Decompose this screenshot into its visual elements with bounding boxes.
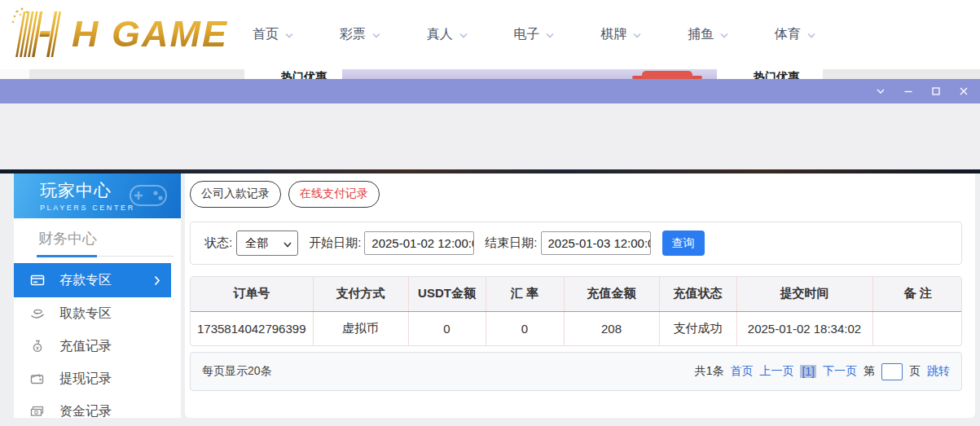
nav-item-lottery[interactable]: 彩票 xyxy=(340,26,381,43)
window-collapse-icon[interactable] xyxy=(875,86,886,97)
chevron-down-icon xyxy=(284,28,294,42)
sidebar-section-title: 财务中心 xyxy=(38,229,181,248)
start-date-input[interactable] xyxy=(364,231,474,255)
cell-remark xyxy=(872,311,962,345)
cell-pay-method: 虚拟币 xyxy=(313,311,408,345)
sidebar-item-label: 取款专区 xyxy=(59,305,112,323)
sidebar-item-withdrawal-records[interactable]: 提现记录 xyxy=(14,362,181,395)
pagination-links: 共1条 首页 上一页 [1] 下一页 第 页 跳转 xyxy=(695,363,950,380)
nav-item-live[interactable]: 真人 xyxy=(427,26,468,43)
jump-label-pre: 第 xyxy=(864,364,875,379)
sidebar-divider xyxy=(37,256,174,257)
window-maximize-icon[interactable] xyxy=(930,86,942,97)
site-header: H GAME 首页 彩票 真人 电子 棋牌 捕鱼 体育 xyxy=(0,0,980,69)
col-recharge-amount: 充值金额 xyxy=(564,277,659,311)
nav-item-fishing[interactable]: 捕鱼 xyxy=(688,26,729,43)
nav-item-home[interactable]: 首页 xyxy=(253,26,294,43)
status-select[interactable]: 全部 xyxy=(236,231,298,256)
nav-label: 棋牌 xyxy=(600,26,626,43)
sidebar-item-withdraw[interactable]: 取款专区 xyxy=(14,297,181,330)
total-count-text: 共1条 xyxy=(695,364,724,379)
tab-online-payment-records[interactable]: 在线支付记录 xyxy=(288,181,380,208)
prev-page-link[interactable]: 上一页 xyxy=(759,364,793,379)
chevron-down-icon xyxy=(632,28,642,42)
sidebar-item-label: 充值记录 xyxy=(59,338,112,355)
sidebar-header: 玩家中心 PLAYERS CENTER xyxy=(14,173,181,218)
logo-striped-h-icon xyxy=(10,7,73,62)
col-pay-method: 支付方式 xyxy=(313,277,408,311)
end-date-label: 结束日期: xyxy=(485,235,537,251)
chevron-right-icon xyxy=(154,274,160,289)
col-recharge-status: 充值状态 xyxy=(659,277,736,311)
col-submit-time: 提交时间 xyxy=(736,277,872,311)
bank-card-icon xyxy=(30,274,45,287)
nav-label: 捕鱼 xyxy=(688,26,714,43)
window-minimize-icon[interactable] xyxy=(903,86,914,97)
jump-action-link[interactable]: 跳转 xyxy=(927,364,950,379)
window-close-icon[interactable] xyxy=(958,86,969,97)
chevron-down-icon xyxy=(545,28,555,42)
sidebar-item-label: 存款专区 xyxy=(59,272,112,289)
sidebar-item-recharge-records[interactable]: 充值记录 xyxy=(14,330,181,362)
peek-banner xyxy=(342,69,717,79)
cell-recharge-amount: 208 xyxy=(564,311,659,345)
filter-bar: 状态: 全部 开始日期: 结束日期: 查询 xyxy=(190,222,962,265)
start-date-label: 开始日期: xyxy=(309,235,361,251)
sidebar-item-label: 提现记录 xyxy=(59,371,112,388)
window-titlebar xyxy=(0,79,980,103)
tab-company-deposit-records[interactable]: 公司入款记录 xyxy=(190,181,281,208)
cell-usdt-amount: 0 xyxy=(408,311,486,345)
background-page-peek: 热门优惠 热门优惠 xyxy=(0,69,980,79)
cell-order-no: 1735814042796399 xyxy=(191,311,313,345)
nav-item-cards[interactable]: 棋牌 xyxy=(600,26,642,43)
nav-label: 体育 xyxy=(775,26,801,43)
main-nav: 首页 彩票 真人 电子 棋牌 捕鱼 体育 xyxy=(253,0,816,69)
records-table: 订单号 支付方式 USDT金额 汇 率 充值金额 充值状态 提交时间 备 注 1… xyxy=(190,276,962,346)
chevron-down-icon xyxy=(806,28,816,42)
table-row: 1735814042796399 虚拟币 0 0 208 支付成功 2025-0… xyxy=(191,311,962,345)
col-usdt-amount: USDT金额 xyxy=(408,277,486,311)
chevron-down-icon xyxy=(719,28,729,42)
col-order-no: 订单号 xyxy=(191,277,313,311)
hand-money-icon xyxy=(30,307,45,320)
nav-item-sports[interactable]: 体育 xyxy=(775,26,816,43)
pagination-bar: 每页显示20条 共1条 首页 上一页 [1] 下一页 第 页 跳转 xyxy=(190,352,962,391)
peek-card xyxy=(0,69,29,79)
cell-rate: 0 xyxy=(486,311,564,345)
query-button[interactable]: 查询 xyxy=(662,231,705,256)
cell-recharge-status: 支付成功 xyxy=(659,311,736,345)
end-date-input[interactable] xyxy=(541,231,651,255)
gamepad-icon xyxy=(127,179,169,215)
status-select-value: 全部 xyxy=(245,236,268,251)
nav-label: 彩票 xyxy=(340,26,366,43)
cell-submit-time: 2025-01-02 18:34:02 xyxy=(736,311,872,345)
chevron-down-icon xyxy=(371,28,381,42)
promo-title: 热门优惠 xyxy=(754,70,799,79)
player-center-sidebar: 玩家中心 PLAYERS CENTER 财务中心 存款专区 xyxy=(14,173,181,418)
nav-label: 首页 xyxy=(253,26,279,43)
nav-item-slots[interactable]: 电子 xyxy=(513,26,555,43)
logo-text: H GAME xyxy=(72,9,228,59)
brand-logo[interactable]: H GAME xyxy=(10,7,228,61)
record-tabs: 公司入款记录 在线支付记录 xyxy=(190,181,380,208)
nav-label: 真人 xyxy=(427,26,453,43)
content-area: 玩家中心 PLAYERS CENTER 财务中心 存款专区 xyxy=(0,173,980,426)
col-rate: 汇 率 xyxy=(486,277,564,311)
sidebar-item-fund-records[interactable]: 资金记录 xyxy=(14,395,181,426)
money-bag-icon xyxy=(30,340,45,353)
promo-title: 热门优惠 xyxy=(281,70,327,79)
page-jump-input[interactable] xyxy=(881,363,903,380)
sidebar-item-deposit[interactable]: 存款专区 xyxy=(14,263,171,297)
table-header-row: 订单号 支付方式 USDT金额 汇 率 充值金额 充值状态 提交时间 备 注 xyxy=(191,277,962,311)
first-page-link[interactable]: 首页 xyxy=(730,364,753,379)
banknote-icon xyxy=(30,405,45,418)
sidebar-item-label: 资金记录 xyxy=(59,403,112,420)
window-controls xyxy=(875,79,969,103)
next-page-link[interactable]: 下一页 xyxy=(823,364,857,379)
chevron-down-icon xyxy=(459,28,468,42)
current-page-indicator[interactable]: [1] xyxy=(800,365,816,378)
wallet-icon xyxy=(30,372,45,385)
jump-label-post: 页 xyxy=(909,364,921,379)
window-empty-area xyxy=(0,103,980,169)
page-size-text: 每页显示20条 xyxy=(202,364,272,379)
